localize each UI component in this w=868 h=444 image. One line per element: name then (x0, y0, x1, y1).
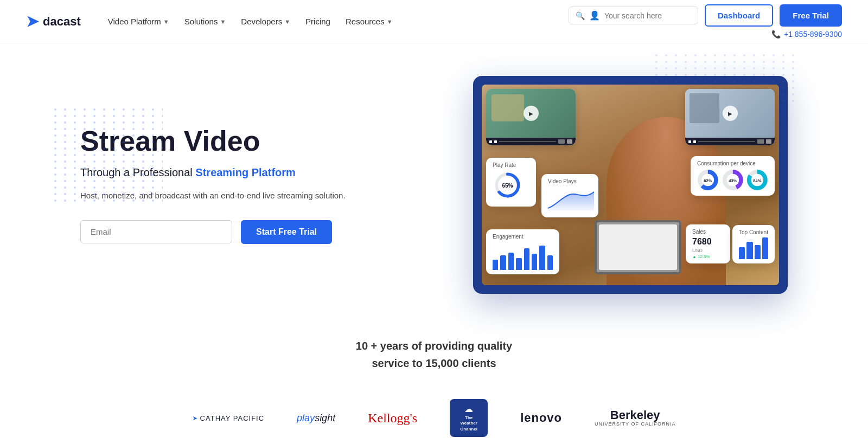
hero-visual: VIDEO A ▶ (473, 76, 788, 294)
phone-link[interactable]: +1 855-896-9300 (784, 30, 842, 38)
cathay-arrow-icon: ➤ (193, 415, 197, 421)
free-trial-button[interactable]: Free Trial (780, 4, 842, 27)
navbar: ➤ dacast Video Platform ▼ Solutions ▼ De… (0, 0, 868, 43)
playsight-sight-text: sight (315, 413, 335, 423)
bottom-section: 10 + years of providing quality service … (0, 316, 868, 444)
hero-cta: Start Free Trial (80, 220, 346, 244)
phone-icon: 📞 (771, 30, 781, 38)
dashboard-button[interactable]: Dashboard (705, 4, 773, 27)
search-bar: 🔍 👤 (569, 7, 698, 24)
client-logos-row: ➤ CATHAY PACIFIC playsight Kellogg's ☁ T… (26, 399, 842, 437)
video-panel: VIDEO A ▶ (473, 76, 788, 294)
logo-icon: ➤ (26, 12, 39, 30)
search-icon: 🔍 (576, 11, 585, 20)
quality-text: 10 + years of providing quality service … (26, 337, 842, 372)
chevron-down-icon: ▼ (163, 18, 169, 25)
berkeley-title: Berkeley (610, 409, 660, 421)
nav-item-pricing[interactable]: Pricing (300, 14, 336, 29)
nav-item-video-platform[interactable]: Video Platform ▼ (103, 14, 175, 29)
hero-title: Stream Video (80, 126, 346, 157)
logo[interactable]: ➤ dacast (26, 12, 81, 30)
laptop (595, 220, 681, 274)
nav-right: 🔍 👤 Dashboard Free Trial 📞 +1 855-896-93… (569, 4, 842, 38)
hero-description: Host, monetize, and broadcast with an en… (80, 189, 346, 203)
weather-channel-text: The Weather Channel (456, 415, 481, 432)
chevron-down-icon: ▼ (284, 18, 290, 25)
playsight-play-text: play (297, 413, 315, 423)
hero-subtitle: Through a Professional Streaming Platfor… (80, 166, 346, 179)
email-field[interactable] (80, 220, 232, 243)
kelloggs-text: Kellogg's (368, 411, 417, 426)
agent-icon: 👤 (589, 10, 600, 21)
search-input[interactable] (604, 11, 691, 20)
weather-icon: ☁ (464, 404, 473, 414)
logo-text: dacast (43, 15, 81, 29)
video-inner: VIDEO A ▶ (482, 85, 779, 285)
nav-item-developers[interactable]: Developers ▼ (235, 14, 296, 29)
logo-cathay-pacific: ➤ CATHAY PACIFIC (193, 414, 265, 422)
lenovo-text: lenovo (520, 411, 562, 425)
logo-lenovo: lenovo (520, 411, 562, 425)
start-free-trial-button[interactable]: Start Free Trial (241, 220, 332, 244)
logo-weather-channel: ☁ The Weather Channel (450, 399, 488, 437)
nav-top-row: 🔍 👤 Dashboard Free Trial (569, 4, 842, 27)
hero-section: document.write(Array(180).fill('<div cla… (54, 43, 814, 316)
nav-contact: 📞 +1 855-896-9300 (771, 30, 842, 38)
nav-links: Video Platform ▼ Solutions ▼ Developers … (103, 14, 398, 29)
logo-berkeley: Berkeley University of California (595, 409, 675, 427)
hero-subtitle-link[interactable]: Streaming Platform (195, 166, 295, 178)
chevron-down-icon: ▼ (220, 18, 226, 25)
logo-playsight: playsight (297, 413, 335, 424)
hero-content: Stream Video Through a Professional Stre… (80, 126, 346, 244)
nav-item-solutions[interactable]: Solutions ▼ (179, 14, 232, 29)
berkeley-subtitle: University of California (595, 421, 675, 427)
nav-item-resources[interactable]: Resources ▼ (340, 14, 398, 29)
chevron-down-icon: ▼ (387, 18, 393, 25)
nav-left: ➤ dacast Video Platform ▼ Solutions ▼ De… (26, 12, 398, 30)
weather-box: ☁ The Weather Channel (450, 399, 488, 437)
berkeley-logo-container: Berkeley University of California (595, 409, 675, 427)
logo-kelloggs: Kellogg's (368, 411, 417, 426)
cathay-text: CATHAY PACIFIC (200, 414, 265, 422)
video-background (482, 85, 779, 285)
